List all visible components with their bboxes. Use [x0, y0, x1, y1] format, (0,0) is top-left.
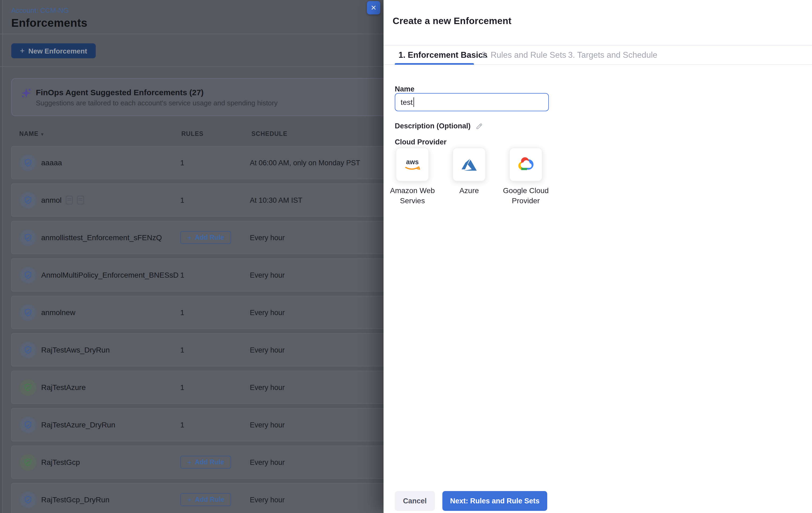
screen: Account: CCM-NG Enforcements + New Enfor… — [0, 0, 812, 513]
shield-check-icon — [24, 271, 33, 280]
schedule-cell: Every hour — [250, 484, 285, 513]
description-row: Description (Optional) — [395, 122, 483, 130]
rules-count: 1 — [180, 346, 184, 354]
gcp-logo-icon — [516, 156, 536, 173]
provider-card-gcp[interactable] — [509, 148, 543, 181]
tab-rules-and-rule-sets[interactable]: 2. Rules and Rule Sets — [482, 50, 566, 60]
tab-enforcement-basics[interactable]: 1. Enforcement Basics — [399, 50, 488, 60]
text-cursor — [413, 97, 414, 107]
new-enforcement-button[interactable]: + New Enforcement — [11, 43, 96, 58]
shield-check-icon — [24, 346, 33, 355]
shield-check-icon — [24, 458, 33, 467]
provider-card-azure[interactable] — [453, 148, 486, 181]
enforcement-name: RajTestGcp_DryRun — [41, 484, 109, 513]
enforcement-name: aaaaa — [41, 147, 62, 179]
page-title: Enforcements — [11, 17, 87, 29]
add-rule-button[interactable]: + Add Rule — [180, 493, 231, 506]
column-header-schedule: SCHEDULE — [252, 131, 288, 137]
add-rule-button[interactable]: + Add Rule — [180, 231, 231, 244]
rules-cell: + Add Rule — [180, 222, 231, 254]
provider-label-aws: Amazon Web Servies — [383, 186, 442, 206]
rules-cell: 1 + — [180, 334, 184, 366]
enforcement-name: RajTestAzure_DryRun — [41, 409, 115, 441]
aws-logo-icon: aws — [402, 156, 423, 172]
enforcement-shield-badge — [20, 154, 36, 171]
rules-cell: + Add Rule — [180, 484, 231, 513]
new-enforcement-label: New Enforcement — [28, 47, 87, 55]
schedule-cell: Every hour — [250, 409, 285, 441]
enforcement-shield-badge — [20, 454, 36, 471]
schedule-cell: Every hour — [250, 222, 285, 254]
banner-title: FinOps Agent Suggested Enforcements (27) — [36, 88, 204, 97]
rules-count: 1 — [180, 196, 184, 204]
shield-check-icon — [24, 383, 33, 392]
enforcement-name: anmollisttest_Enforcement_sFENzQ — [41, 222, 162, 254]
enforcement-name: RajTestAzure — [41, 371, 86, 403]
shield-check-icon — [24, 196, 33, 205]
plus-icon: + — [187, 458, 192, 466]
enforcement-shield-badge — [20, 267, 36, 284]
modal-title: Create a new Enforcement — [393, 16, 512, 27]
name-input[interactable]: test — [395, 93, 549, 111]
document-icon[interactable] — [77, 196, 84, 204]
sort-caret-icon[interactable]: ▼ — [40, 132, 45, 137]
rules-cell: 1 + — [180, 296, 184, 329]
column-header-rules: RULES — [181, 131, 204, 137]
edit-pencil-icon[interactable] — [475, 122, 483, 130]
modal-divider — [383, 45, 812, 46]
enforcement-shield-badge — [20, 417, 36, 433]
enforcement-name: anmol — [41, 184, 84, 216]
column-header-name[interactable]: NAME — [19, 131, 38, 137]
banner-subtitle: Suggestions are tailored to each account… — [36, 99, 278, 107]
rules-cell: 1 + — [180, 147, 184, 179]
schedule-cell: Every hour — [250, 296, 285, 329]
shield-check-icon — [24, 233, 33, 242]
close-icon: ✕ — [371, 4, 377, 12]
enforcement-shield-badge — [20, 229, 36, 246]
rules-count: 1 — [180, 383, 184, 391]
enforcement-shield-badge — [20, 342, 36, 359]
close-button[interactable]: ✕ — [367, 1, 380, 15]
enforcement-shield-badge — [20, 192, 36, 209]
name-input-value: test — [401, 98, 413, 107]
schedule-cell: Every hour — [250, 446, 285, 478]
shield-check-icon — [24, 158, 33, 167]
finops-agent-sparkle-icon — [21, 88, 32, 98]
azure-logo-icon — [460, 155, 478, 174]
name-label: Name — [395, 85, 414, 93]
active-tab-underline — [395, 63, 474, 65]
rules-cell: 1 + — [180, 371, 184, 403]
schedule-cell: At 10:30 AM IST — [250, 184, 302, 216]
tab-targets-and-schedule[interactable]: 3. Targets and Schedule — [568, 50, 658, 60]
rules-count: 1 — [180, 159, 184, 167]
provider-card-aws[interactable]: aws — [396, 148, 429, 181]
rules-cell: 1 + — [180, 259, 184, 291]
add-rule-button[interactable]: + Add Rule — [180, 456, 231, 468]
plus-icon: + — [187, 495, 192, 504]
breadcrumb-account-link[interactable]: Account: CCM-NG — [11, 6, 69, 15]
schedule-cell: At 06:00 AM, only on Monday PST — [250, 147, 360, 179]
nav-edge-divider — [0, 0, 3, 513]
svg-text:aws: aws — [406, 158, 418, 165]
next-rules-and-rule-sets-button[interactable]: Next: Rules and Rule Sets — [442, 491, 547, 511]
rules-cell: 1 + — [180, 184, 184, 216]
plus-icon: + — [20, 46, 25, 55]
shield-check-icon — [24, 421, 33, 430]
enforcement-shield-badge — [20, 492, 36, 508]
enforcement-name: anmolnew — [41, 296, 76, 329]
enforcement-name: RajTestGcp — [41, 446, 80, 478]
description-label: Description (Optional) — [395, 122, 471, 130]
enforcement-shield-badge — [20, 379, 36, 396]
rules-cell: 1 + — [180, 409, 184, 441]
cancel-button[interactable]: Cancel — [395, 491, 435, 511]
rules-count: 1 — [180, 308, 184, 316]
enforcement-name: RajTestAws_DryRun — [41, 334, 110, 366]
provider-label-gcp: Google Cloud Provider — [496, 186, 555, 206]
schedule-cell: Every hour — [250, 334, 285, 366]
create-enforcement-modal: Create a new Enforcement 1. Enforcement … — [383, 0, 812, 513]
document-icon[interactable] — [66, 196, 73, 204]
enforcement-shield-badge — [20, 304, 36, 321]
rules-count: 1 — [180, 421, 184, 429]
provider-label-azure: Azure — [440, 186, 498, 196]
shield-check-icon — [24, 308, 33, 317]
